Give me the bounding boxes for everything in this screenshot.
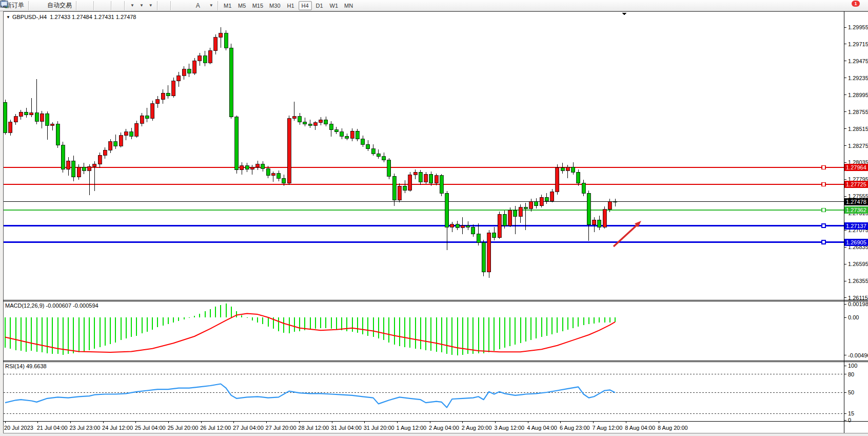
svg-text:1.29715: 1.29715 [848,41,868,47]
svg-text:1.29955: 1.29955 [848,24,868,30]
svg-text:4 Aug 04:00: 4 Aug 04:00 [527,425,557,431]
svg-text:23 Jul 23:00: 23 Jul 23:00 [69,425,100,431]
arrows-tool-button[interactable]: ▼ [206,0,215,11]
svg-text:31 Jul 20:00: 31 Jul 20:00 [364,425,394,431]
svg-text:1.26355: 1.26355 [848,278,868,284]
chevron-down-icon: ▼ [149,3,153,8]
svg-text:25 Jul 04:00: 25 Jul 04:00 [135,425,166,431]
svg-text:8 Aug 04:00: 8 Aug 04:00 [625,425,655,431]
svg-text:24 Jul 12:00: 24 Jul 12:00 [102,425,133,431]
text-icon: A [196,2,200,9]
svg-text:3 Aug 12:00: 3 Aug 12:00 [495,425,525,431]
auto-scroll-button[interactable] [118,0,122,11]
svg-text:31 Jul 04:00: 31 Jul 04:00 [331,425,362,431]
channel-tool-button[interactable]: E [186,0,190,11]
toolbar-separator [218,1,219,10]
svg-text:2 Aug 20:00: 2 Aug 20:00 [462,425,492,431]
macd-indicator-label: MACD(12,26,9) -0.000607 -0.000594 [5,302,98,309]
svg-text:28 Jul 12:00: 28 Jul 12:00 [298,425,329,431]
notifications-button[interactable]: 1 [853,0,865,11]
trendline-tool-button[interactable] [182,0,186,11]
signal-button[interactable] [40,0,44,11]
rsi-indicator-label: RSI(14) 49.6638 [5,363,47,369]
svg-text:1.26905: 1.26905 [846,239,866,245]
toolbar-separator [170,1,171,10]
chevron-down-icon: ▼ [209,3,213,8]
auto-trading-label: 自动交易 [47,1,72,10]
new-chart-button[interactable]: ▼ [127,0,136,11]
market-watch-button[interactable] [31,0,35,11]
timeframe-M30[interactable]: M30 [267,1,283,10]
timeframe-D1[interactable]: D1 [313,1,326,10]
chevron-down-icon: ▼ [130,3,134,8]
svg-text:8 Aug 20:00: 8 Aug 20:00 [658,425,688,431]
zoom-in-button[interactable] [96,0,101,11]
svg-text:21 Jul 04:00: 21 Jul 04:00 [37,425,68,431]
toolbar-separator [28,1,29,10]
svg-text:27 Jul 04:00: 27 Jul 04:00 [233,425,264,431]
toolbar-separator [111,1,112,10]
svg-text:0.001988: 0.001988 [848,301,868,307]
crosshair-tool-button[interactable] [164,0,168,11]
chart-canvas[interactable]: 1.299551.297151.294751.292351.289951.287… [0,0,868,436]
svg-text:27 Jul 20:00: 27 Jul 20:00 [266,425,297,431]
svg-text:1.28275: 1.28275 [848,143,868,149]
svg-text:25 Jul 20:00: 25 Jul 20:00 [168,425,199,431]
zoom-out-button[interactable] [101,0,105,11]
svg-text:2 Aug 04:00: 2 Aug 04:00 [429,425,459,431]
svg-text:1.28515: 1.28515 [848,126,868,132]
timeframe-H1[interactable]: H1 [284,1,298,10]
trading-terminal-window: 新订单 自动交易 ▼ ▼ ▼ E F A T ▼ [0,0,868,436]
tile-windows-button[interactable] [105,0,109,11]
svg-text:15: 15 [848,410,854,416]
horizontal-line-tool-button[interactable] [177,0,182,11]
chevron-down-icon: ▼ [140,3,144,8]
svg-text:20 Jul 2023: 20 Jul 2023 [4,425,33,431]
chart-shift-button[interactable] [114,0,118,11]
profiles-button[interactable]: ▼ [136,0,146,11]
auto-trading-button[interactable]: 自动交易 [44,0,74,11]
svg-text:80: 80 [848,371,854,377]
svg-text:7 Aug 12:00: 7 Aug 12:00 [593,425,623,431]
candlestick-mode-button[interactable] [83,0,87,11]
indicators-button[interactable]: ▼ [146,0,155,11]
toolbar-separator [124,1,125,10]
notification-badge: 1 [852,1,860,7]
svg-text:26 Jul 12:00: 26 Jul 12:00 [200,425,231,431]
svg-text:1.29475: 1.29475 [848,58,868,64]
text-label-tool-button[interactable]: T [202,0,206,11]
svg-text:1.27362: 1.27362 [846,207,866,213]
bar-chart-mode-button[interactable] [79,0,83,11]
svg-text:1.27137: 1.27137 [846,223,866,229]
timeframe-M5[interactable]: M5 [235,1,249,10]
svg-text:0.00: 0.00 [848,314,859,320]
fibonacci-tool-button[interactable]: F [190,0,194,11]
timeframe-M1[interactable]: M1 [221,1,234,10]
svg-text:-0.004967: -0.004967 [848,352,868,358]
symbol-quote-text: GBPUSD-,H4 1.27433 1.27484 1.27431 1.274… [12,14,136,20]
svg-text:0: 0 [848,417,851,423]
svg-text:1.28755: 1.28755 [848,109,868,115]
timeframe-W1[interactable]: W1 [327,1,341,10]
vertical-line-tool-button[interactable] [173,0,177,11]
timeframe-group: M1M5M15M30H1H4D1W1MN [221,1,356,10]
collapse-triangle-icon[interactable]: ▼ [6,15,10,20]
timeframe-H4[interactable]: H4 [299,1,312,10]
svg-text:1 Aug 12:00: 1 Aug 12:00 [396,425,426,431]
text-tool-button[interactable]: A [194,0,202,11]
timeframe-MN[interactable]: MN [342,1,356,10]
new-order-label: 新订单 [6,1,24,10]
toolbar-separator [76,1,77,10]
cursor-tool-button[interactable] [160,0,164,11]
svg-text:1.26595: 1.26595 [848,261,868,267]
svg-text:100: 100 [848,363,857,369]
svg-text:1.27964: 1.27964 [846,164,866,170]
data-window-button[interactable] [35,0,40,11]
line-chart-mode-button[interactable] [87,0,91,11]
timeframe-M15[interactable]: M15 [250,1,266,10]
symbol-quote-bar[interactable]: ▼GBPUSD-,H4 1.27433 1.27484 1.27431 1.27… [6,14,136,20]
svg-text:50: 50 [848,389,854,395]
svg-text:1.27725: 1.27725 [846,181,866,187]
svg-text:1.28995: 1.28995 [848,92,868,98]
toolbar-separator [157,1,158,10]
